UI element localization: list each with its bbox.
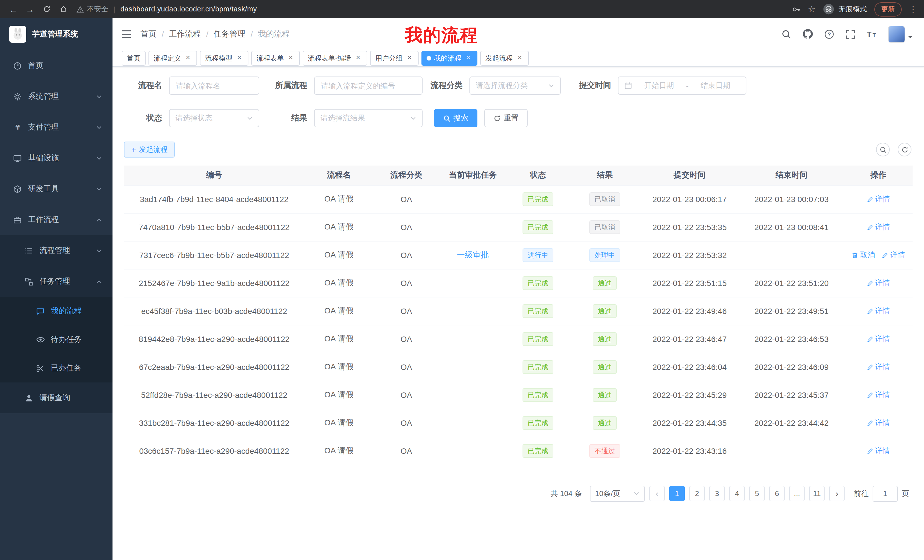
reload-icon[interactable] <box>39 2 54 16</box>
create-process-button[interactable]: + 发起流程 <box>124 142 175 157</box>
cell-actions: 取消详情 <box>844 241 913 269</box>
detail-action[interactable]: 详情 <box>882 250 905 260</box>
url-text[interactable]: dashboard.yudao.iocoder.cn/bpm/task/my <box>120 5 257 13</box>
address-bar[interactable]: 不安全 | dashboard.yudao.iocoder.cn/bpm/tas… <box>76 4 790 14</box>
close-icon[interactable]: × <box>354 54 362 62</box>
hamburger-icon[interactable] <box>120 29 132 39</box>
tab-2[interactable]: 流程模型× <box>200 51 248 66</box>
page-more-button[interactable]: ... <box>789 486 805 501</box>
cell-submit-time: 2022-01-22 23:49:46 <box>640 297 739 325</box>
tab-5[interactable]: 用户分组× <box>370 51 418 66</box>
close-icon[interactable]: × <box>286 54 295 62</box>
sidebar-item-0[interactable]: 首页 <box>0 50 112 81</box>
home-icon[interactable] <box>56 2 71 16</box>
page-button-11[interactable]: 11 <box>809 486 825 501</box>
breadcrumb-item-3[interactable]: 我的流程 <box>258 29 290 39</box>
detail-action[interactable]: 详情 <box>867 446 890 456</box>
sidebar-item-3[interactable]: 基础设施 <box>0 143 112 174</box>
status-select[interactable]: 请选择状态 <box>169 109 259 127</box>
forward-icon[interactable]: → <box>22 2 38 16</box>
sidebar-item-10[interactable]: 已办任务 <box>0 354 112 382</box>
chevron-down-icon <box>247 115 253 121</box>
chevron-down-icon <box>96 186 102 192</box>
update-button[interactable]: 更新 <box>874 2 902 16</box>
close-icon[interactable]: × <box>235 54 243 62</box>
detail-action[interactable]: 详情 <box>867 194 890 204</box>
browser-menu-icon[interactable]: ⋮ <box>909 4 917 14</box>
tab-3[interactable]: 流程表单× <box>251 51 300 66</box>
sidebar-item-1[interactable]: 系统管理 <box>0 81 112 112</box>
page-button-2[interactable]: 2 <box>689 486 705 501</box>
sidebar-item-6[interactable]: 流程管理 <box>0 235 112 266</box>
detail-action[interactable]: 详情 <box>867 362 890 372</box>
close-icon[interactable]: × <box>464 54 472 62</box>
submit-time-range-picker[interactable]: 开始日期 - 结束日期 <box>618 76 746 95</box>
page-size-select[interactable]: 10条/页 <box>590 485 645 502</box>
page-button-6[interactable]: 6 <box>769 486 784 501</box>
detail-action[interactable]: 详情 <box>867 222 890 232</box>
detail-action[interactable]: 详情 <box>867 306 890 316</box>
close-icon[interactable]: × <box>516 54 524 62</box>
sidebar-item-11[interactable]: 请假查询 <box>0 382 112 413</box>
sidebar-item-5[interactable]: 工作流程 <box>0 204 112 235</box>
detail-action[interactable]: 详情 <box>867 389 890 400</box>
refresh-table-icon[interactable] <box>898 143 911 156</box>
cell-result: 通过 <box>569 325 640 353</box>
sidebar-item-7[interactable]: 任务管理 <box>0 266 112 297</box>
page-button-1[interactable]: 1 <box>669 486 685 501</box>
bookmark-star-icon[interactable]: ☆ <box>808 4 816 14</box>
end-date-placeholder[interactable]: 结束日期 <box>691 81 740 91</box>
page-button-3[interactable]: 3 <box>709 486 725 501</box>
breadcrumb-item-2[interactable]: 任务管理 <box>214 29 246 39</box>
current-task-link[interactable]: 一级审批 <box>457 250 489 259</box>
sidebar-item-4[interactable]: 研发工具 <box>0 174 112 204</box>
tab-7[interactable]: 发起流程× <box>480 51 529 66</box>
plus-icon: + <box>131 145 136 154</box>
result-select[interactable]: 请选择流结果 <box>314 109 423 127</box>
back-icon[interactable]: ← <box>6 2 21 16</box>
next-page-button[interactable]: › <box>829 486 844 501</box>
cell-status: 进行中 <box>507 241 569 269</box>
detail-action[interactable]: 详情 <box>867 278 890 288</box>
start-date-placeholder[interactable]: 开始日期 <box>634 81 684 91</box>
close-icon[interactable]: × <box>405 54 414 62</box>
prev-page-button[interactable]: ‹ <box>650 486 665 501</box>
tab-0[interactable]: 首页 <box>122 51 146 66</box>
cell-id: 03c6c157-7b9a-11ec-a290-acde48001122 <box>124 437 304 465</box>
github-icon[interactable] <box>802 28 813 39</box>
breadcrumb-item-1[interactable]: 工作流程 <box>169 29 201 39</box>
help-icon[interactable]: ? <box>824 29 834 39</box>
reset-button[interactable]: 重置 <box>484 109 528 127</box>
fullscreen-icon[interactable] <box>845 29 855 39</box>
breadcrumb-item-0[interactable]: 首页 <box>141 29 156 39</box>
status-tag: 已完成 <box>522 220 554 234</box>
chat-icon <box>35 307 45 315</box>
tab-1[interactable]: 流程定义× <box>148 51 197 66</box>
page-button-5[interactable]: 5 <box>749 486 765 501</box>
search-button[interactable]: 搜索 <box>434 109 477 127</box>
tab-6[interactable]: 我的流程× <box>422 51 477 66</box>
tab-4[interactable]: 流程表单-编辑× <box>303 51 367 66</box>
column-header-1: 流程名 <box>304 166 374 185</box>
sidebar-item-8[interactable]: 我的流程 <box>0 297 112 325</box>
sidebar-item-9[interactable]: 待办任务 <box>0 325 112 354</box>
sidebar-item-2[interactable]: ¥支付管理 <box>0 112 112 143</box>
detail-action[interactable]: 详情 <box>867 418 890 428</box>
key-icon[interactable] <box>792 5 800 13</box>
category-select[interactable]: 请选择流程分类 <box>470 76 561 95</box>
app-logo[interactable]: 芋道管理系统 <box>0 18 112 50</box>
font-size-icon[interactable]: TT <box>866 29 877 39</box>
goto-page-input[interactable] <box>873 485 898 502</box>
page-button-4[interactable]: 4 <box>729 486 745 501</box>
detail-action[interactable]: 详情 <box>867 334 890 344</box>
security-status[interactable]: 不安全 <box>76 4 108 14</box>
cancel-action[interactable]: 取消 <box>852 250 875 260</box>
process-name-input[interactable] <box>169 76 259 95</box>
toggle-search-icon[interactable] <box>876 143 890 156</box>
user-menu[interactable] <box>888 25 913 42</box>
search-icon[interactable] <box>781 29 792 39</box>
table-row-7: 52ffd28e-7b9a-11ec-a290-acde48001122OA 请… <box>124 381 913 409</box>
owner-process-input[interactable] <box>314 76 423 95</box>
avatar[interactable] <box>888 25 905 42</box>
close-icon[interactable]: × <box>184 54 192 62</box>
